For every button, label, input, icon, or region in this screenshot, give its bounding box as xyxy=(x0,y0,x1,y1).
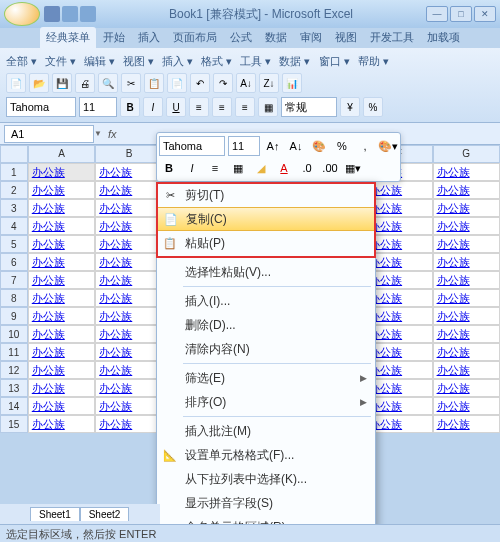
ribbon-tab[interactable]: 插入 xyxy=(132,27,166,48)
row-header[interactable]: 6 xyxy=(0,253,28,271)
row-header[interactable]: 5 xyxy=(0,235,28,253)
cell[interactable]: 办公族 xyxy=(433,379,500,397)
undo-icon[interactable] xyxy=(62,6,78,22)
row-header[interactable]: 12 xyxy=(0,361,28,379)
open-icon[interactable]: 📂 xyxy=(29,73,49,93)
menu-item[interactable]: 帮助 ▾ xyxy=(358,54,389,69)
context-menu-item[interactable]: ✂剪切(T) xyxy=(157,183,375,207)
cell[interactable]: 办公族 xyxy=(28,325,95,343)
cell[interactable]: 办公族 xyxy=(95,415,162,433)
copy-icon[interactable]: 📋 xyxy=(144,73,164,93)
minimize-button[interactable]: — xyxy=(426,6,448,22)
office-button[interactable] xyxy=(4,2,40,26)
context-menu-item[interactable]: 筛选(E)▶ xyxy=(157,366,375,390)
grow-font-icon[interactable]: A↑ xyxy=(263,136,283,156)
context-menu-item[interactable]: 📋粘贴(P) xyxy=(157,231,375,255)
cell[interactable]: 办公族 xyxy=(433,271,500,289)
cell[interactable]: 办公族 xyxy=(433,199,500,217)
currency-icon[interactable]: ¥ xyxy=(340,97,360,117)
cell[interactable]: 办公族 xyxy=(433,397,500,415)
cell[interactable]: 办公族 xyxy=(433,415,500,433)
cell[interactable]: 办公族 xyxy=(433,217,500,235)
new-icon[interactable]: 📄 xyxy=(6,73,26,93)
ribbon-tab[interactable]: 开始 xyxy=(97,27,131,48)
print-icon[interactable]: 🖨 xyxy=(75,73,95,93)
ribbon-tab[interactable]: 视图 xyxy=(329,27,363,48)
ribbon-tab[interactable]: 开发工具 xyxy=(364,27,420,48)
align-right-icon[interactable]: ≡ xyxy=(235,97,255,117)
cell[interactable]: 办公族 xyxy=(28,271,95,289)
ribbon-tab[interactable]: 公式 xyxy=(224,27,258,48)
cell[interactable]: 办公族 xyxy=(28,289,95,307)
row-header[interactable]: 10 xyxy=(0,325,28,343)
align-left-icon[interactable]: ≡ xyxy=(189,97,209,117)
row-header[interactable]: 14 xyxy=(0,397,28,415)
row-header[interactable]: 9 xyxy=(0,307,28,325)
merge-icon[interactable]: ▦▾ xyxy=(343,158,363,178)
chevron-down-icon[interactable]: ▼ xyxy=(94,129,102,138)
select-all-corner[interactable] xyxy=(0,145,28,163)
border-icon[interactable]: ▦ xyxy=(228,158,248,178)
cell[interactable]: 办公族 xyxy=(95,181,162,199)
merge-icon[interactable]: ▦ xyxy=(258,97,278,117)
cell[interactable]: 办公族 xyxy=(95,307,162,325)
mini-size-combo[interactable]: 11 xyxy=(228,136,260,156)
menu-item[interactable]: 文件 ▾ xyxy=(45,54,76,69)
cell[interactable]: 办公族 xyxy=(28,415,95,433)
menu-item[interactable]: 数据 ▾ xyxy=(279,54,310,69)
cell[interactable]: 办公族 xyxy=(433,289,500,307)
cell[interactable]: 办公族 xyxy=(433,307,500,325)
cell[interactable]: 办公族 xyxy=(433,163,500,181)
menu-item[interactable]: 插入 ▾ xyxy=(162,54,193,69)
style-icon[interactable]: 🎨 xyxy=(309,136,329,156)
context-menu-item[interactable]: 插入批注(M) xyxy=(157,419,375,443)
ribbon-tab[interactable]: 经典菜单 xyxy=(40,27,96,48)
bold-button[interactable]: B xyxy=(120,97,140,117)
row-header[interactable]: 13 xyxy=(0,379,28,397)
ribbon-tab[interactable]: 页面布局 xyxy=(167,27,223,48)
cell[interactable]: 办公族 xyxy=(95,397,162,415)
row-header[interactable]: 1 xyxy=(0,163,28,181)
fill-color-icon[interactable]: ◢ xyxy=(251,158,271,178)
comma-icon[interactable]: , xyxy=(355,136,375,156)
align-center-icon[interactable]: ≡ xyxy=(212,97,232,117)
context-menu-item[interactable]: 选择性粘贴(V)... xyxy=(157,260,375,284)
cell[interactable]: 办公族 xyxy=(28,235,95,253)
cell[interactable]: 办公族 xyxy=(28,379,95,397)
column-header[interactable]: A xyxy=(28,145,95,163)
cell[interactable]: 办公族 xyxy=(28,361,95,379)
column-header[interactable]: G xyxy=(433,145,500,163)
shrink-font-icon[interactable]: A↓ xyxy=(286,136,306,156)
column-header[interactable]: B xyxy=(95,145,162,163)
cut-icon[interactable]: ✂ xyxy=(121,73,141,93)
row-header[interactable]: 7 xyxy=(0,271,28,289)
save-icon[interactable]: 💾 xyxy=(52,73,72,93)
cell[interactable]: 办公族 xyxy=(95,235,162,253)
mini-font-combo[interactable]: Tahoma xyxy=(159,136,225,156)
cell[interactable]: 办公族 xyxy=(95,379,162,397)
row-header[interactable]: 4 xyxy=(0,217,28,235)
cell[interactable]: 办公族 xyxy=(95,217,162,235)
menu-item[interactable]: 窗口 ▾ xyxy=(319,54,350,69)
row-header[interactable]: 15 xyxy=(0,415,28,433)
context-menu-item[interactable]: 清除内容(N) xyxy=(157,337,375,361)
cell[interactable]: 办公族 xyxy=(95,343,162,361)
maximize-button[interactable]: □ xyxy=(450,6,472,22)
row-header[interactable]: 11 xyxy=(0,343,28,361)
row-header[interactable]: 3 xyxy=(0,199,28,217)
fx-icon[interactable]: fx xyxy=(108,128,117,140)
italic-button[interactable]: I xyxy=(143,97,163,117)
menu-item[interactable]: 编辑 ▾ xyxy=(84,54,115,69)
cell[interactable]: 办公族 xyxy=(95,163,162,181)
sort-desc-icon[interactable]: Z↓ xyxy=(259,73,279,93)
context-menu-item[interactable]: 插入(I)... xyxy=(157,289,375,313)
sheet-tab[interactable]: Sheet2 xyxy=(80,507,130,521)
underline-button[interactable]: U xyxy=(166,97,186,117)
cell[interactable]: 办公族 xyxy=(28,163,95,181)
cell[interactable]: 办公族 xyxy=(433,253,500,271)
style-dropdown-icon[interactable]: 🎨▾ xyxy=(378,136,398,156)
menu-item[interactable]: 全部 ▾ xyxy=(6,54,37,69)
cell[interactable]: 办公族 xyxy=(28,217,95,235)
cell[interactable]: 办公族 xyxy=(433,181,500,199)
font-size-combo[interactable]: 11 xyxy=(79,97,117,117)
